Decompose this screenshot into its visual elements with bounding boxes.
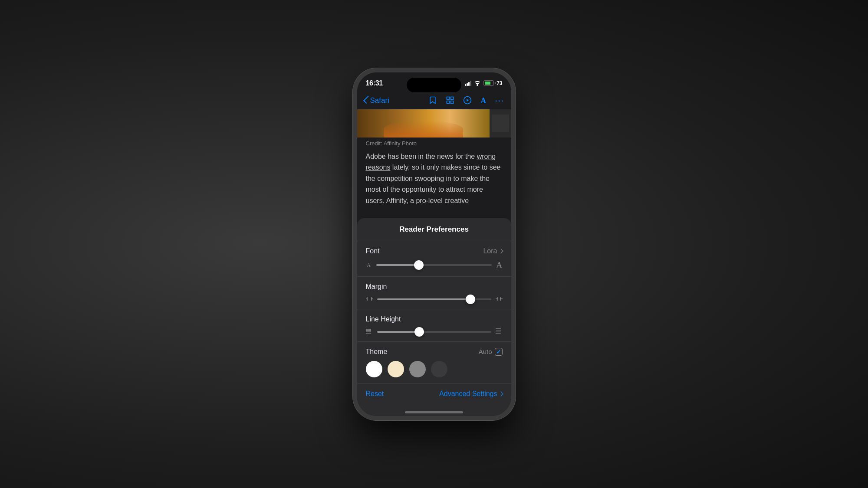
theme-label-row: Theme Auto ✓ [366, 348, 503, 356]
article-image [357, 109, 511, 138]
safari-nav-bar: Safari A [357, 94, 511, 109]
article-main-image [357, 109, 490, 138]
grid-icon[interactable] [446, 96, 454, 106]
signal-icon [465, 81, 471, 86]
home-indicator [357, 404, 511, 416]
line-height-label: Line Height [366, 315, 401, 323]
article-text: Adobe has been in the news for the wrong… [366, 151, 503, 206]
margin-narrow-icon [366, 296, 373, 303]
auto-label: Auto [479, 348, 492, 355]
theme-dark-button[interactable] [431, 361, 447, 377]
font-icon[interactable]: A [480, 97, 486, 105]
auto-badge[interactable]: Auto ✓ [479, 348, 503, 356]
margin-wide-icon [496, 296, 503, 303]
svg-rect-0 [447, 97, 450, 99]
line-height-slider[interactable] [377, 331, 491, 333]
back-button[interactable]: Safari [364, 96, 389, 105]
status-bar: 16:31 73 [357, 72, 511, 94]
bookmark-icon[interactable] [428, 96, 437, 106]
article-thumbnail [490, 109, 511, 138]
auto-checkbox[interactable]: ✓ [495, 348, 503, 356]
panel-title: Reader Preferences [357, 225, 511, 234]
margin-section: Margin [357, 277, 511, 309]
font-value-row[interactable]: Lora [483, 247, 502, 255]
article-body: Adobe has been in the news for the wrong… [357, 151, 511, 206]
status-time: 16:31 [366, 79, 383, 87]
home-bar [405, 411, 463, 413]
theme-gray-button[interactable] [409, 361, 426, 377]
wifi-icon [474, 81, 481, 86]
margin-label-row: Margin [366, 283, 503, 291]
advanced-settings-button[interactable]: Advanced Settings [439, 390, 502, 398]
margin-slider-thumb[interactable] [466, 295, 475, 304]
theme-label: Theme [366, 348, 388, 356]
font-size-slider-fill [376, 264, 419, 266]
checkmark-icon: ✓ [496, 349, 501, 355]
safari-toolbar: A ··· [428, 96, 504, 106]
font-size-large-label: A [496, 260, 502, 270]
article-area: Credit: Affinity Photo Adobe has been in… [357, 109, 511, 404]
font-chevron-icon [498, 249, 503, 253]
font-size-slider-row: A A [366, 260, 503, 270]
dynamic-island [407, 78, 461, 92]
reader-preferences-panel: Reader Preferences Font Lora A [357, 218, 511, 404]
status-icons: 73 [465, 80, 502, 86]
article-link[interactable]: wrong reasons [366, 153, 496, 171]
line-height-label-row: Line Height [366, 315, 503, 323]
back-label: Safari [370, 96, 389, 105]
theme-section: Theme Auto ✓ [357, 342, 511, 384]
phone-frame: 16:31 73 Safari [353, 68, 516, 420]
line-height-slider-row [366, 328, 503, 335]
svg-rect-1 [451, 97, 454, 99]
line-height-compact-icon [366, 328, 373, 335]
play-icon[interactable] [463, 96, 472, 106]
font-size-small-label: A [366, 262, 372, 269]
more-icon[interactable]: ··· [495, 96, 504, 105]
line-height-expanded-icon [496, 328, 503, 335]
article-caption: Credit: Affinity Photo [357, 138, 511, 151]
margin-slider[interactable] [377, 298, 491, 300]
reset-button[interactable]: Reset [366, 390, 384, 398]
advanced-settings-chevron-icon [498, 391, 503, 396]
font-value: Lora [483, 247, 497, 255]
theme-white-button[interactable] [366, 361, 382, 377]
panel-bottom-row: Reset Advanced Settings [357, 384, 511, 404]
font-row: Font Lora [366, 247, 503, 255]
margin-slider-fill [377, 298, 471, 300]
font-size-slider[interactable] [376, 264, 492, 266]
margin-label: Margin [366, 283, 387, 291]
font-section: Font Lora A A [357, 241, 511, 277]
theme-circles [366, 361, 503, 377]
svg-rect-3 [451, 101, 454, 103]
svg-marker-5 [467, 98, 469, 102]
svg-rect-2 [447, 101, 450, 103]
margin-slider-row [366, 296, 503, 303]
font-label: Font [366, 247, 380, 255]
advanced-settings-label: Advanced Settings [439, 390, 497, 398]
font-size-slider-thumb[interactable] [414, 260, 424, 270]
line-height-section: Line Height [357, 309, 511, 342]
battery-icon: 73 [483, 80, 502, 86]
line-height-slider-thumb[interactable] [414, 327, 424, 337]
line-height-slider-fill [377, 331, 419, 333]
battery-percent: 73 [496, 80, 502, 86]
theme-sepia-button[interactable] [388, 361, 404, 377]
